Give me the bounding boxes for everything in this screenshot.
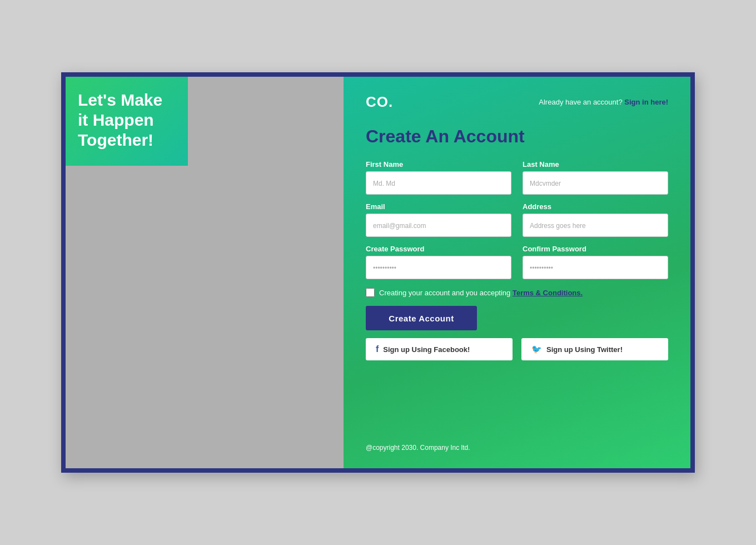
terms-link[interactable]: Terms & Conditions.	[513, 289, 583, 297]
email-input[interactable]	[366, 214, 511, 237]
first-name-group: First Name	[366, 160, 511, 195]
email-group: Email	[366, 202, 511, 237]
email-label: Email	[366, 202, 511, 211]
address-group: Address	[523, 202, 668, 237]
social-row: f Sign up Using Facebook! 🐦 Sign up Usin…	[366, 338, 668, 360]
create-password-input[interactable]	[366, 256, 511, 279]
sign-in-link[interactable]: Sign in here!	[624, 98, 668, 106]
logo: CO.	[366, 93, 393, 111]
header-auth: Already have an account? Sign in here!	[539, 98, 668, 106]
tagline-box: Let's Make it Happen Together!	[66, 77, 188, 166]
first-name-input[interactable]	[366, 171, 511, 195]
footer-copyright: @copyright 2030. Company Inc ltd.	[366, 444, 668, 452]
confirm-password-label: Confirm Password	[523, 245, 668, 253]
address-label: Address	[523, 202, 668, 211]
twitter-icon: 🐦	[531, 344, 542, 354]
left-panel: Let's Make it Happen Together!	[66, 77, 344, 468]
checkbox-label: Creating your account and you accepting …	[379, 289, 583, 297]
header-row: CO. Already have an account? Sign in her…	[366, 93, 668, 111]
last-name-group: Last Name	[523, 160, 668, 195]
first-name-label: First Name	[366, 160, 511, 169]
create-password-label: Create Password	[366, 245, 511, 253]
twitter-signup-button[interactable]: 🐦 Sign up Using Twitter!	[521, 338, 668, 360]
checkbox-row: Creating your account and you accepting …	[366, 288, 668, 297]
create-account-button[interactable]: Create Account	[366, 306, 477, 330]
last-name-input[interactable]	[523, 171, 668, 195]
twitter-signup-label: Sign up Using Twitter!	[546, 345, 623, 354]
last-name-label: Last Name	[523, 160, 668, 169]
form-title: Create An Account	[366, 126, 668, 147]
terms-checkbox[interactable]	[366, 288, 375, 297]
confirm-password-group: Confirm Password	[523, 245, 668, 279]
facebook-signup-label: Sign up Using Facebook!	[383, 345, 470, 354]
card-container: Let's Make it Happen Together! CO. Alrea…	[61, 72, 695, 473]
facebook-icon: f	[376, 344, 379, 354]
facebook-signup-button[interactable]: f Sign up Using Facebook!	[366, 338, 513, 360]
tagline-text: Let's Make it Happen Together!	[78, 91, 162, 149]
address-input[interactable]	[523, 214, 668, 237]
header-auth-text: Already have an account?	[539, 98, 622, 106]
right-panel: CO. Already have an account? Sign in her…	[344, 77, 690, 468]
create-password-group: Create Password	[366, 245, 511, 279]
confirm-password-input[interactable]	[523, 256, 668, 279]
form-grid: First Name Last Name Email Address Creat…	[366, 160, 668, 279]
